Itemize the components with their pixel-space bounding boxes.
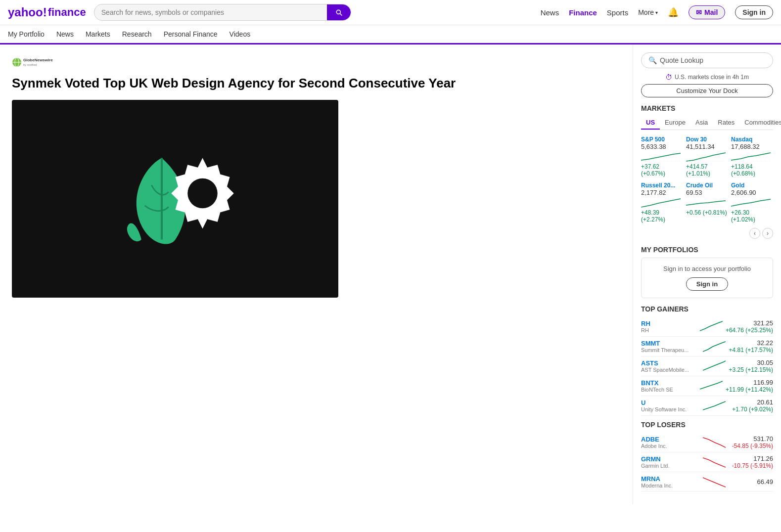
stock-name-grmn: Garmin Ltd. (641, 463, 700, 469)
stock-chart-grmn (703, 455, 726, 469)
header: yahoo!finance News Finance Sports More ▾… (0, 0, 781, 25)
stock-ticker-asts[interactable]: ASTS (641, 359, 700, 367)
stock-price-mrna: 66.49 (729, 478, 773, 486)
stock-row-bntx: BNTX BioNTech SE 116.99 +11.99 (+11.42%) (641, 376, 773, 396)
market-item-dow30-value: 41,511.34 (686, 143, 728, 150)
header-nav-news[interactable]: News (541, 8, 559, 17)
search-button[interactable] (327, 4, 351, 20)
subnav-videos[interactable]: Videos (230, 30, 251, 38)
top-losers-title: TOP LOSERS (641, 421, 773, 429)
subnav-personal-finance[interactable]: Personal Finance (164, 30, 218, 38)
portfolio-sign-in-button[interactable]: Sign in (686, 277, 728, 291)
market-item-gold-change: +26.30 (+1.02%) (731, 209, 773, 223)
stock-row-grmn: GRMN Garmin Ltd. 171.26 -10.75 (-5.91%) (641, 452, 773, 472)
market-item-sp500-change: +37.62 (+0.67%) (641, 163, 683, 177)
my-portfolios-section: MY PORTFOLIOS Sign in to access your por… (641, 246, 773, 298)
market-item-russell-link[interactable]: Russell 20... (641, 182, 683, 189)
subnav-my-portfolio[interactable]: My Portfolio (8, 30, 45, 38)
stock-price-bntx: 116.99 +11.99 (+11.42%) (726, 379, 773, 393)
market-item-nasdaq-value: 17,688.32 (731, 143, 773, 150)
subnav-news[interactable]: News (56, 30, 74, 38)
portfolio-message: Sign in to access your portfolio (648, 265, 766, 272)
stock-info-smmt: SMMT Summit Therapeu... (641, 340, 700, 353)
market-item-crudeoil-chart (686, 196, 726, 209)
market-item-nasdaq: Nasdaq 17,688.32 +118.64 (+0.68%) (731, 136, 773, 177)
stock-chart-u (703, 399, 726, 413)
stock-ticker-bntx[interactable]: BNTX (641, 379, 697, 387)
markets-tab-rates[interactable]: Rates (713, 116, 739, 130)
globenewswire-logo-svg: GlobeNewswire by notified (12, 54, 76, 70)
stock-price-asts: 30.05 +3.25 (+12.15%) (729, 359, 773, 373)
market-nav-next[interactable]: › (762, 228, 773, 239)
header-nav-more[interactable]: More ▾ (638, 8, 658, 16)
stock-chart-bntx (700, 379, 723, 393)
stock-row-mrna: MRNA Moderna Inc. 66.49 (641, 472, 773, 491)
stock-price-u: 20.61 +1.70 (+9.02%) (729, 399, 773, 413)
sidebar: 🔍 Quote Lookup ⏱ U.S. markets close in 4… (633, 44, 781, 504)
stock-ticker-u[interactable]: U (641, 399, 700, 406)
stock-ticker-adbe[interactable]: ADBE (641, 436, 700, 443)
header-nav-sports[interactable]: Sports (607, 8, 628, 17)
article-image (12, 100, 338, 298)
market-item-gold-link[interactable]: Gold (731, 182, 773, 189)
markets-tab-commodities[interactable]: Commodities (739, 116, 781, 130)
stock-name-mrna: Moderna Inc. (641, 483, 700, 488)
main-content: GlobeNewswire by notified Synmek Voted T… (0, 44, 781, 504)
market-item-gold-chart (731, 196, 771, 209)
svg-text:by notified: by notified (23, 63, 37, 66)
stock-info-bntx: BNTX BioNTech SE (641, 379, 697, 393)
market-item-crudeoil-link[interactable]: Crude Oil (686, 182, 728, 189)
stock-ticker-smmt[interactable]: SMMT (641, 340, 700, 347)
customize-dock-button[interactable]: Customize Your Dock (641, 84, 773, 97)
market-item-nasdaq-link[interactable]: Nasdaq (731, 136, 773, 143)
market-item-sp500-value: 5,633.38 (641, 143, 683, 150)
notification-bell-icon[interactable]: 🔔 (668, 7, 679, 18)
stock-info-u: U Unity Software Inc. (641, 399, 700, 412)
stock-chart-rh (700, 320, 723, 334)
stock-name-smmt: Summit Therapeu... (641, 347, 700, 353)
stock-ticker-grmn[interactable]: GRMN (641, 455, 700, 463)
stock-name-adbe: Adobe Inc. (641, 443, 700, 449)
search-input[interactable] (94, 4, 327, 20)
my-portfolios-title: MY PORTFOLIOS (641, 246, 773, 254)
market-item-crudeoil-value: 69.53 (686, 189, 728, 196)
stock-ticker-mrna[interactable]: MRNA (641, 475, 700, 483)
market-item-crudeoil-change: +0.56 (+0.81%) (686, 209, 728, 216)
stock-info-rh: RH RH (641, 320, 697, 333)
stock-name-bntx: BioNTech SE (641, 387, 697, 393)
stock-name-rh: RH (641, 327, 697, 333)
top-gainers-list: RH RH 321.25 +64.76 (+25.25%) SMMT Summi… (641, 317, 773, 416)
mail-button[interactable]: ✉ Mail (689, 5, 725, 19)
market-item-gold: Gold 2,606.90 +26.30 (+1.02%) (731, 182, 773, 223)
market-item-dow30-link[interactable]: Dow 30 (686, 136, 728, 143)
stock-info-mrna: MRNA Moderna Inc. (641, 475, 700, 488)
market-item-sp500-link[interactable]: S&P 500 (641, 136, 683, 143)
market-item-nasdaq-change: +118.64 (+0.68%) (731, 163, 773, 177)
market-item-sp500: S&P 500 5,633.38 +37.62 (+0.67%) (641, 136, 683, 177)
stock-name-u: Unity Software Inc. (641, 406, 700, 412)
stock-price-rh: 321.25 +64.76 (+25.25%) (726, 319, 773, 334)
markets-tab-us[interactable]: US (641, 116, 660, 130)
stock-price-adbe: 531.70 -54.85 (-9.35%) (729, 435, 773, 449)
stock-row-asts: ASTS AST SpaceMobile... 30.05 +3.25 (+12… (641, 356, 773, 376)
market-item-gold-value: 2,606.90 (731, 189, 773, 196)
markets-tab-europe[interactable]: Europe (660, 116, 690, 130)
market-item-dow30-change: +414.57 (+1.01%) (686, 163, 728, 177)
header-nav-finance[interactable]: Finance (569, 8, 597, 17)
more-arrow-icon: ▾ (655, 10, 658, 15)
stock-chart-mrna (703, 475, 726, 488)
stock-price-grmn: 171.26 -10.75 (-5.91%) (729, 455, 773, 469)
quote-lookup-box[interactable]: 🔍 Quote Lookup (641, 52, 773, 68)
sign-in-button[interactable]: Sign in (735, 5, 773, 19)
markets-tab-asia[interactable]: Asia (690, 116, 713, 130)
yahoo-finance-logo[interactable]: yahoo!finance (8, 5, 86, 19)
stock-row-rh: RH RH 321.25 +64.76 (+25.25%) (641, 317, 773, 337)
clock-icon: ⏱ (665, 73, 672, 81)
stock-info-adbe: ADBE Adobe Inc. (641, 436, 700, 449)
market-nav-prev[interactable]: ‹ (749, 228, 760, 239)
subnav-markets[interactable]: Markets (86, 30, 110, 38)
subnav-research[interactable]: Research (122, 30, 152, 38)
stock-ticker-rh[interactable]: RH (641, 320, 697, 327)
stock-name-asts: AST SpaceMobile... (641, 367, 700, 373)
markets-section: MARKETS US Europe Asia Rates Commodities… (641, 104, 773, 239)
